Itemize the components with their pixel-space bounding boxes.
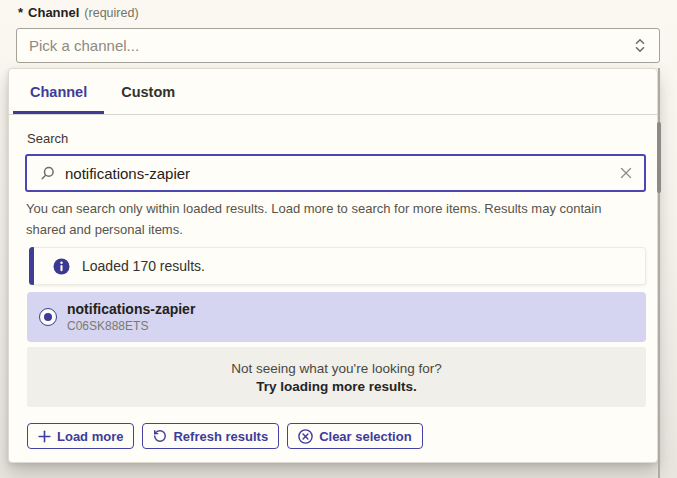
alert-text: Loaded 170 results.	[82, 258, 205, 274]
clear-x-icon[interactable]	[620, 167, 632, 179]
result-id: C06SK888ETS	[67, 319, 195, 334]
result-texts: notifications-zapier C06SK888ETS	[67, 301, 195, 334]
refresh-results-button[interactable]: Refresh results	[142, 423, 279, 449]
required-note: (required)	[84, 6, 138, 20]
tab-channel[interactable]: Channel	[13, 69, 104, 114]
scrollbar-thumb[interactable]	[657, 122, 661, 193]
search-label: Search	[27, 131, 68, 146]
result-row-notifications-zapier[interactable]: notifications-zapier C06SK888ETS	[27, 292, 646, 342]
info-icon	[53, 258, 70, 275]
search-helper-text: You can search only within loaded result…	[26, 198, 640, 240]
empty-hint-section: Not seeing what you're looking for? Try …	[27, 347, 646, 407]
search-input[interactable]	[65, 165, 611, 182]
clear-selection-button[interactable]: Clear selection	[287, 423, 423, 449]
tab-custom[interactable]: Custom	[104, 69, 192, 114]
channel-select[interactable]: Pick a channel...	[16, 28, 660, 63]
tab-channel-label: Channel	[30, 84, 87, 100]
search-icon	[39, 165, 56, 182]
dropdown-tabs: Channel Custom	[9, 69, 657, 115]
loaded-results-alert: Loaded 170 results.	[29, 247, 646, 285]
refresh-results-label: Refresh results	[173, 429, 268, 444]
empty-hint-line1: Not seeing what you're looking for?	[231, 361, 441, 376]
refresh-ccw-icon	[153, 429, 167, 443]
field-label: * Channel (required)	[18, 5, 139, 20]
clear-circle-icon	[298, 429, 313, 444]
load-more-label: Load more	[57, 429, 123, 444]
tab-custom-label: Custom	[121, 84, 175, 100]
field-name: Channel	[28, 5, 79, 20]
dropdown-actions: Load more Refresh results Clear selectio…	[27, 423, 423, 449]
radio-selected-icon[interactable]	[39, 308, 57, 326]
chevron-updown-icon	[633, 37, 647, 54]
alert-body: Loaded 170 results.	[34, 247, 646, 285]
clear-selection-label: Clear selection	[319, 429, 412, 444]
channel-dropdown-panel: Channel Custom Search You can search onl…	[8, 68, 658, 463]
plus-icon	[38, 430, 51, 443]
load-more-button[interactable]: Load more	[27, 423, 134, 449]
select-placeholder: Pick a channel...	[29, 37, 633, 54]
result-title: notifications-zapier	[67, 301, 195, 318]
empty-hint-line2: Try loading more results.	[256, 379, 417, 394]
search-box	[25, 154, 646, 192]
required-marker: *	[18, 5, 23, 20]
